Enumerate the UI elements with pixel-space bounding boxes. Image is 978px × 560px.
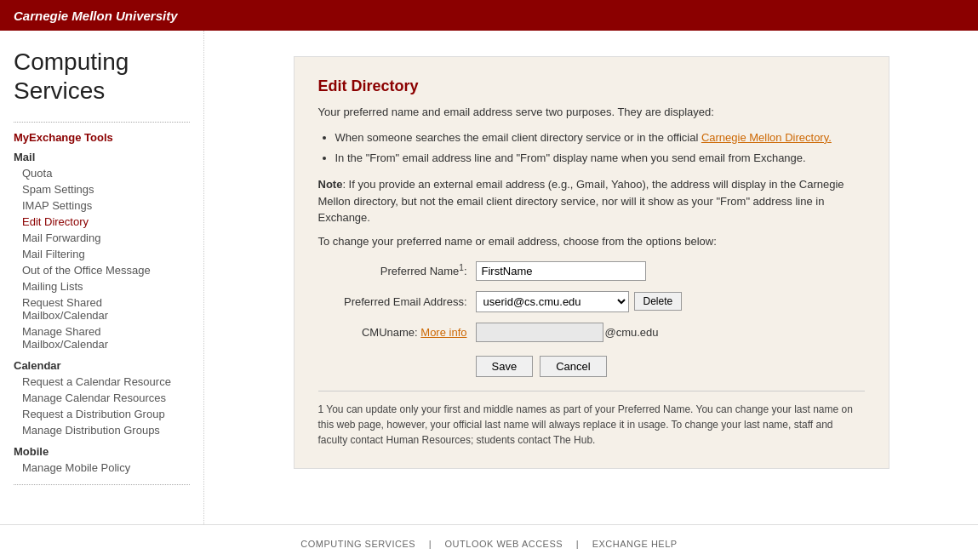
sidebar-category-label: Mail [14,151,190,163]
sidebar-category-label: Mobile [14,445,190,458]
sidebar-link-edit-directory[interactable]: Edit Directory [14,214,190,230]
sidebar-link-request-a-distribution-group[interactable]: Request a Distribution Group [14,406,190,422]
more-info-link[interactable]: More info [420,326,466,339]
sidebar-link-mail-forwarding[interactable]: Mail Forwarding [14,230,190,246]
sidebar-link-quota[interactable]: Quota [14,165,190,181]
sidebar-category-calendar: CalendarRequest a Calendar ResourceManag… [14,359,190,438]
sidebar-divider-bottom [14,484,190,485]
sidebar-link-manage-shared-mailbox/calendar[interactable]: Manage Shared Mailbox/Calendar [14,323,190,352]
footer-sep-2: | [576,539,579,549]
footer-link-exchange[interactable]: EXCHANGE HELP [592,539,678,549]
preferred-name-label: Preferred Name1: [318,263,476,277]
bullet-item-1: When someone searches the email client d… [335,129,865,147]
page-header: Carnegie Mellon University [0,0,978,31]
preferred-email-select[interactable]: userid@cs.cmu.edu [476,291,629,312]
sidebar-category-mobile: MobileManage Mobile Policy [14,445,190,476]
sidebar-categories: MailQuotaSpam SettingsIMAP SettingsEdit … [14,151,190,476]
cmuname-row: CMUname: More info @cmu.edu [318,323,865,342]
action-buttons: Save Cancel [476,356,865,377]
footer-link-computing[interactable]: COMPUTING SERVICES [300,539,415,549]
save-button[interactable]: Save [476,356,534,377]
preferred-email-row: Preferred Email Address: userid@cs.cmu.e… [318,291,865,312]
footnote: 1 You can update only your first and mid… [318,391,865,448]
sidebar-link-imap-settings[interactable]: IMAP Settings [14,197,190,214]
choose-text: To change your preferred name or email a… [318,235,865,248]
page-footer: COMPUTING SERVICES | OUTLOOK WEB ACCESS … [0,524,978,560]
bullet-list: When someone searches the email client d… [335,129,865,169]
main-content: Edit Directory Your preferred name and e… [204,31,978,524]
sidebar-link-request-shared-mailbox/calendar[interactable]: Request Shared Mailbox/Calendar [14,294,190,323]
content-title: Edit Directory [318,77,865,95]
bullet-item-2: In the "From" email address line and "Fr… [335,150,865,168]
sidebar-link-request-a-calendar-resource[interactable]: Request a Calendar Resource [14,374,190,390]
sidebar-divider-top [14,122,190,123]
cmuname-input-wrap: @cmu.edu [476,323,659,342]
sidebar-link-out-of-the-office-message[interactable]: Out of the Office Message [14,262,190,278]
sidebar-link-mail-filtering[interactable]: Mail Filtering [14,246,190,262]
cmuname-input[interactable] [476,323,603,342]
sidebar-link-spam-settings[interactable]: Spam Settings [14,181,190,197]
footer-link-owa[interactable]: OUTLOOK WEB ACCESS [445,539,563,549]
intro-paragraph: Your preferred name and email address se… [318,104,865,121]
sidebar-category-mail: MailQuotaSpam SettingsIMAP SettingsEdit … [14,151,190,352]
footer-sep-1: | [429,539,432,549]
sidebar-category-label: Calendar [14,359,190,372]
cmuname-label: CMUname: More info [318,326,476,339]
content-box: Edit Directory Your preferred name and e… [294,56,889,469]
preferred-email-label: Preferred Email Address: [318,295,476,308]
cancel-button[interactable]: Cancel [540,356,606,377]
university-name: Carnegie Mellon University [14,9,178,23]
sidebar-link-manage-mobile-policy[interactable]: Manage Mobile Policy [14,460,190,476]
preferred-name-row: Preferred Name1: [318,261,865,281]
bullet-1-prefix: When someone searches the email client d… [335,131,701,144]
sidebar-link-manage-distribution-groups[interactable]: Manage Distribution Groups [14,422,190,438]
delete-button[interactable]: Delete [634,292,683,311]
note-paragraph: Note: If you provide an external email a… [318,176,865,226]
sidebar-link-manage-calendar-resources[interactable]: Manage Calendar Resources [14,390,190,406]
sidebar: Computing Services MyExchange Tools Mail… [0,31,204,524]
preferred-name-input[interactable] [476,261,646,281]
cmu-directory-link[interactable]: Carnegie Mellon Directory. [701,131,832,144]
sidebar-title: Computing Services [14,48,190,105]
sidebar-section-title: MyExchange Tools [14,131,190,144]
form-area: Preferred Name1: Preferred Email Address… [318,261,865,342]
cmuname-suffix: @cmu.edu [605,326,659,339]
sidebar-link-mailing-lists[interactable]: Mailing Lists [14,278,190,294]
